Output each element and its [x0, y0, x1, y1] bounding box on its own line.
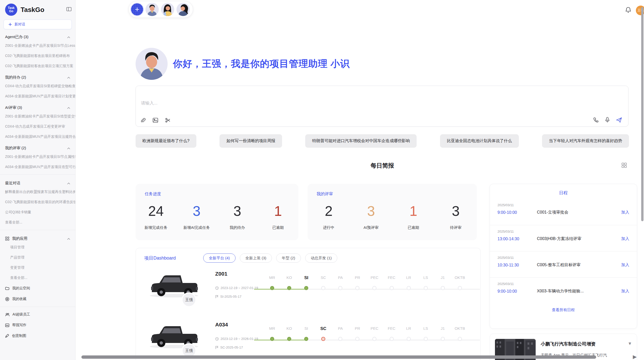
- sidebar-item-recent-chat[interactable]: 查看全部...: [0, 217, 75, 228]
- join-link[interactable]: 加入: [621, 262, 629, 268]
- stat-item[interactable]: 1 已逾期: [258, 203, 298, 230]
- milestone-node-PR[interactable]: [355, 286, 359, 290]
- sidebar-item-recent-chat[interactable]: C02-飞腾新能源轻客改款项目的闭环通告反馈情况: [0, 197, 75, 207]
- sidebar-item-ai-review[interactable]: Z001-全新燃油轻卡产品开发项目SI造型提交物评审: [0, 111, 75, 122]
- sidebar-collapse-icon[interactable]: [66, 7, 72, 13]
- sidebar-item-app[interactable]: 变更管理: [0, 263, 75, 273]
- sidebar-item-my-todo[interactable]: C0X4-动力总成开发项目SI里程碑提交物检查: [0, 81, 75, 91]
- milestone-node-PEC[interactable]: [372, 286, 376, 290]
- milestone-node-PA[interactable]: [338, 337, 342, 341]
- milestone-node-OKTB[interactable]: [458, 337, 462, 341]
- sidebar-item-ai-review[interactable]: C0X4-动力总成开发项目工程变更评审: [0, 122, 75, 132]
- add-agent-button[interactable]: +: [131, 3, 143, 16]
- join-link[interactable]: 加入: [621, 289, 629, 294]
- milestone-node-MR[interactable]: [270, 286, 274, 290]
- milestone-node-SI[interactable]: [304, 286, 308, 290]
- agent-done-list: Z001-全新燃油皮卡产品开发项目SI节点Lesson Learn报告C02-飞…: [0, 41, 75, 71]
- section-my-apps[interactable]: 我的应用: [0, 232, 75, 242]
- suggestion-chip[interactable]: 比亚迪全固态电池计划具体说了什么: [440, 134, 519, 148]
- stat-item[interactable]: 3 待评审: [435, 203, 477, 230]
- milestone-track: MRKOSISCPAPRPECFECLRLSJ1OKTB: [264, 320, 468, 355]
- milestone-node-PA[interactable]: [338, 286, 342, 290]
- sidebar-item-agent-done[interactable]: Z001-全新燃油皮卡产品开发项目SI节点Lesson Learn报告: [0, 41, 75, 51]
- microphone-icon[interactable]: [605, 117, 610, 123]
- sidebar-item-cloud-space[interactable]: 我的云空间: [0, 283, 75, 294]
- horizontal-scrollbar[interactable]: [81, 355, 596, 359]
- sidebar-item-app[interactable]: 查看全部...: [0, 273, 75, 283]
- milestone-node-LS[interactable]: [424, 337, 428, 341]
- milestone-node-LR[interactable]: [407, 286, 411, 290]
- sidebar-item-app[interactable]: 项目管理: [0, 242, 75, 252]
- milestone-node-PR[interactable]: [355, 337, 359, 341]
- sidebar-item-creative-draw[interactable]: 创意制图: [0, 331, 75, 341]
- stat-item[interactable]: 3 新增AI完成任务: [176, 203, 217, 230]
- sidebar-item-ai-review[interactable]: A034-全新新能源MUV产品开发项目法规符合性评审: [0, 132, 75, 142]
- milestone-node-SI[interactable]: [304, 337, 308, 341]
- sidebar-item-my-todo[interactable]: A034-全新新能源MUV产品开发项目计划变更表编写: [0, 91, 75, 101]
- view-all-schedule-link[interactable]: 查看所有日程: [490, 308, 637, 312]
- agent-avatar-3[interactable]: [177, 3, 190, 16]
- milestone-node-J1[interactable]: [441, 286, 445, 290]
- section-my-todo[interactable]: 我的待办 (2): [0, 71, 75, 81]
- milestone-node-OKTB[interactable]: [458, 286, 462, 290]
- agent-avatar-1[interactable]: [145, 3, 159, 16]
- milestone-node-LR[interactable]: [407, 337, 411, 341]
- dashboard-tab[interactable]: 全新上装 (3): [240, 253, 272, 263]
- suggestion-chip[interactable]: 当下年轻人对汽车外观有怎样的喜好趋势: [542, 134, 629, 148]
- stat-item[interactable]: 3 AI预评审: [350, 203, 392, 230]
- suggestion-chip[interactable]: 欧洲新规最近颁布了什么?: [136, 134, 196, 148]
- milestone-node-LS[interactable]: [424, 286, 428, 290]
- notification-bell-icon[interactable]: [625, 7, 631, 14]
- phone-icon[interactable]: [593, 117, 599, 123]
- stat-item[interactable]: 24 新增完成任务: [136, 203, 176, 230]
- scroll-right-arrow[interactable]: ▶: [633, 354, 637, 360]
- milestone-node-SC[interactable]: [321, 286, 325, 290]
- section-my-review[interactable]: 我的评审 (2): [0, 142, 75, 152]
- stat-item[interactable]: 1 已逾期: [392, 203, 435, 230]
- section-label: 最近对话: [5, 181, 20, 186]
- sidebar-item-agent-done[interactable]: C02-飞腾新能源轻客改款项目里程碑画布: [0, 51, 75, 61]
- sidebar-item-my-review[interactable]: Z001-全新燃油轻卡产品开发项目SI节点属性5D文件评审: [0, 152, 75, 162]
- milestone-node-KO[interactable]: [287, 337, 291, 341]
- milestone-node-KO[interactable]: [287, 286, 291, 290]
- join-link[interactable]: 加入: [621, 210, 629, 215]
- sidebar-item-agent-done[interactable]: C02-飞腾新能源轻客改款项目立项汇报方案: [0, 61, 75, 71]
- scroll-down-arrow[interactable]: ▼: [628, 341, 632, 346]
- stats-row: 任务进度 24 新增完成任务 3 新增AI完成任务 3 我的待办 1 已逾期 我…: [136, 184, 477, 240]
- project-row[interactable]: 王强Z0012023-12-19 ~ 2027-01-19SI-2025-05-…: [136, 264, 480, 314]
- agent-avatar-2[interactable]: [161, 3, 174, 16]
- suggestion-chip[interactable]: 特朗普可能对进口汽车增税会对中国车企造成哪些影响: [305, 134, 417, 148]
- dashboard-tab[interactable]: 动总开发 (1): [305, 253, 338, 263]
- milestone-node-MR[interactable]: [270, 337, 274, 341]
- section-agent-done[interactable]: Agent已办 (3): [0, 31, 75, 41]
- milestone-node-SC[interactable]: [321, 337, 325, 341]
- image-icon[interactable]: [153, 118, 158, 123]
- stat-item[interactable]: 2 进行中: [308, 203, 350, 230]
- sidebar-item-favorites[interactable]: 我的收藏: [0, 294, 75, 304]
- section-ai-review[interactable]: AI评审 (3): [0, 101, 75, 111]
- chat-input[interactable]: [141, 101, 395, 106]
- milestone-node-PEC[interactable]: [372, 337, 376, 341]
- stat-item[interactable]: 3 我的待办: [217, 203, 258, 230]
- milestone-node-J1[interactable]: [441, 337, 445, 341]
- join-link[interactable]: 加入: [621, 236, 629, 242]
- new-chat-button[interactable]: 新对话: [4, 20, 72, 29]
- sidebar-item-recent-chat[interactable]: 解释最新出台的欧盟报废车法规再生塑料比例被调至15%...: [0, 187, 75, 197]
- vertical-scrollbar[interactable]: [641, 7, 643, 221]
- suggestion-chip[interactable]: 如何写一份清晰的项目周报: [219, 134, 282, 148]
- sidebar-item-recent-chat[interactable]: 公司Q3轻卡销量: [0, 207, 75, 217]
- sidebar-item-help-write[interactable]: 帮我写作: [0, 320, 75, 331]
- project-row[interactable]: 王强A0342023-12-19 ~ 2026-01-19SC-2025-05-…: [136, 314, 480, 360]
- paperclip-icon[interactable]: [141, 117, 146, 123]
- section-recent-chats[interactable]: 最近对话: [0, 177, 75, 187]
- layout-grid-icon[interactable]: [621, 162, 627, 169]
- scissors-icon[interactable]: [165, 117, 171, 123]
- dashboard-tab[interactable]: 年型 (2): [276, 253, 301, 263]
- milestone-node-FEC[interactable]: [390, 286, 394, 290]
- send-icon[interactable]: [616, 117, 622, 123]
- milestone-node-FEC[interactable]: [390, 337, 394, 341]
- dashboard-tab[interactable]: 全新平台 (4): [203, 253, 236, 263]
- sidebar-item-ai-super-staff[interactable]: AI超级员工: [0, 309, 75, 320]
- sidebar-item-my-review[interactable]: A034-全新新能源MUV产品开发项目造型可行性评审: [0, 162, 75, 172]
- sidebar-item-app[interactable]: 产品管理: [0, 252, 75, 263]
